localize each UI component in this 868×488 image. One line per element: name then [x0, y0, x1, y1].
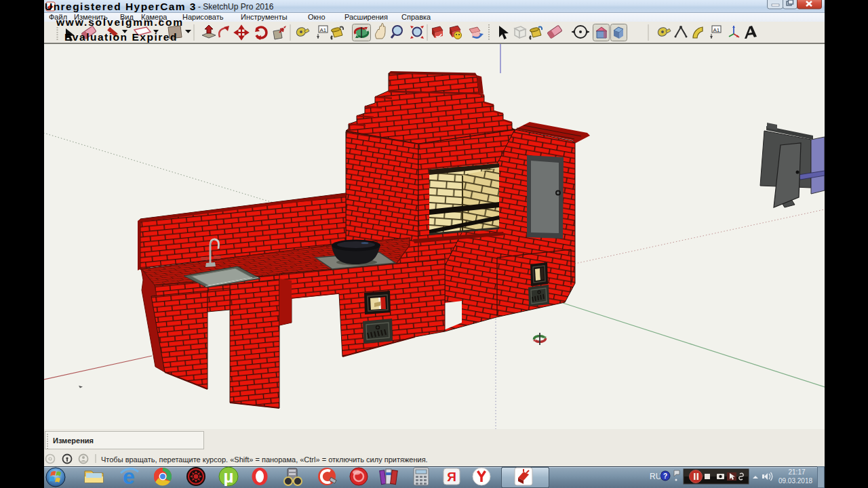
- svg-text:09.03.2018: 09.03.2018: [778, 477, 812, 485]
- svg-text:21:17: 21:17: [788, 468, 805, 476]
- svg-text:A1: A1: [713, 27, 720, 33]
- svg-text:RU: RU: [650, 472, 661, 481]
- svg-text:A1: A1: [320, 27, 327, 33]
- svg-text:?: ?: [663, 472, 667, 480]
- svg-text:Я: Я: [447, 470, 456, 484]
- svg-text:µ: µ: [224, 466, 234, 487]
